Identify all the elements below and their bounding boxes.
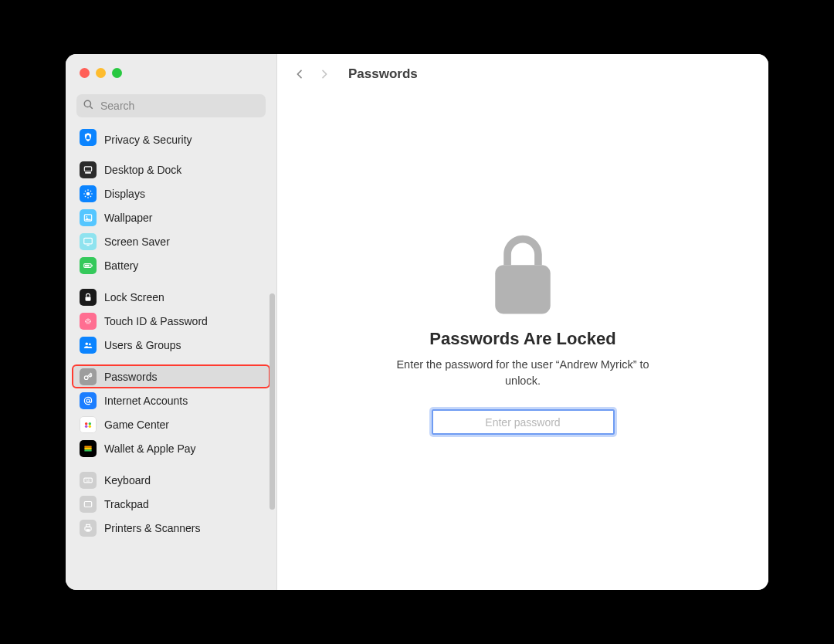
locked-subtext: Enter the password for the user “Andrew … [392,357,654,389]
topbar: Passwords [277,54,768,94]
sidebar-item-label: Wallpaper [104,212,153,224]
locked-heading: Passwords Are Locked [429,329,615,349]
sidebar-item-label: Screen Saver [104,236,170,248]
svg-point-19 [89,425,92,428]
sidebar: Privacy & SecurityDesktop & DockDisplays… [66,54,277,590]
svg-rect-24 [86,479,86,480]
search-field[interactable] [76,94,266,117]
search-container [66,88,276,124]
window-controls [66,54,276,88]
svg-rect-32 [86,529,90,532]
key-icon [80,368,97,385]
sidebar-item-battery[interactable]: Battery [72,253,270,277]
sidebar-item-label: Desktop & Dock [104,164,181,176]
people-icon [80,337,97,354]
nav-back-button[interactable] [291,66,308,83]
settings-window: Privacy & SecurityDesktop & DockDisplays… [66,54,768,590]
sidebar-item-label: Printers & Scanners [104,522,201,534]
sidebar-item-game-center[interactable]: Game Center [72,412,270,436]
sidebar-item-internet-accounts[interactable]: Internet Accounts [72,388,270,412]
password-input[interactable] [433,411,613,433]
sidebar-item-label: Wallet & Apple Pay [104,442,196,455]
wallpaper-icon [80,209,97,226]
svg-rect-1 [84,166,91,171]
page-title: Passwords [348,66,418,82]
content-pane: Passwords Passwords Are Locked Enter the… [277,54,768,590]
lockscreen-icon [80,289,97,306]
sidebar-item-keyboard[interactable]: Keyboard [72,468,270,492]
svg-point-5 [86,215,87,217]
sidebar-item-label: Passwords [104,371,157,383]
gamectr-icon [80,416,97,433]
sidebar-item-label: Displays [104,188,145,200]
sidebar-item-printers-scanners[interactable]: Printers & Scanners [72,516,270,540]
svg-rect-27 [90,479,90,480]
sidebar-item-screen-saver[interactable]: Screen Saver [72,229,270,253]
sidebar-item-touch-id-password[interactable]: Touch ID & Password [72,309,270,333]
sidebar-item-label: Touch ID & Password [104,315,208,327]
sidebar-item-wallpaper[interactable]: Wallpaper [72,205,270,229]
svg-point-12 [86,342,89,345]
trackpad-icon [80,496,97,513]
svg-rect-2 [85,171,91,173]
sidebar-list: Privacy & SecurityDesktop & DockDisplays… [66,124,276,590]
sidebar-item-label: Game Center [104,419,169,431]
sidebar-item-label: Users & Groups [104,339,181,351]
battery-icon [80,257,97,274]
svg-rect-11 [86,297,91,300]
screensaver-icon [80,233,97,250]
zoom-window-button[interactable] [112,68,122,78]
at-icon [80,392,97,409]
touchid-icon [80,313,97,330]
sidebar-item-privacy-security[interactable]: Privacy & Security [72,131,270,150]
sidebar-item-label: Internet Accounts [104,395,188,407]
svg-rect-9 [92,264,93,266]
sidebar-item-label: Battery [104,259,138,272]
sidebar-item-label: Lock Screen [104,291,164,303]
svg-point-16 [85,422,88,425]
svg-rect-28 [86,480,90,481]
dock-icon [80,161,97,178]
svg-point-13 [89,343,91,345]
password-field-wrap[interactable] [432,409,615,435]
svg-rect-22 [84,449,91,451]
svg-point-3 [86,192,90,195]
svg-rect-6 [84,238,93,244]
wallet-icon [80,440,97,457]
svg-point-18 [85,425,88,428]
svg-rect-29 [84,501,91,507]
svg-point-15 [86,398,90,402]
svg-rect-31 [86,524,90,527]
sidebar-scrollbar[interactable] [270,293,275,510]
sidebar-item-wallet-apple-pay[interactable]: Wallet & Apple Pay [72,436,270,460]
svg-rect-23 [84,478,93,483]
shield-icon [80,129,97,146]
svg-rect-26 [88,479,89,480]
sidebar-item-users-groups[interactable]: Users & Groups [72,333,270,357]
svg-rect-20 [84,446,91,447]
sidebar-item-displays[interactable]: Displays [72,181,270,205]
search-icon [83,99,94,114]
svg-rect-7 [86,245,90,246]
sidebar-item-lock-screen[interactable]: Lock Screen [72,285,270,309]
search-input[interactable] [99,99,259,113]
keyboard-icon [80,472,97,489]
svg-rect-25 [86,479,87,480]
brightness-icon [80,185,97,202]
svg-rect-21 [84,447,91,449]
sidebar-item-label: Keyboard [104,474,151,486]
printer-icon [80,520,97,537]
sidebar-item-label: Trackpad [104,498,149,510]
svg-point-17 [89,422,92,425]
sidebar-item-label: Privacy & Security [104,134,192,146]
sidebar-item-desktop-dock[interactable]: Desktop & Dock [72,158,270,181]
sidebar-item-trackpad[interactable]: Trackpad [72,492,270,516]
svg-rect-10 [85,264,90,266]
minimize-window-button[interactable] [96,68,106,78]
lock-icon [489,233,557,318]
sidebar-item-passwords[interactable]: Passwords [72,364,270,388]
svg-rect-33 [495,265,551,314]
nav-forward-button[interactable] [316,66,333,83]
close-window-button[interactable] [80,68,90,78]
svg-point-14 [84,375,88,379]
